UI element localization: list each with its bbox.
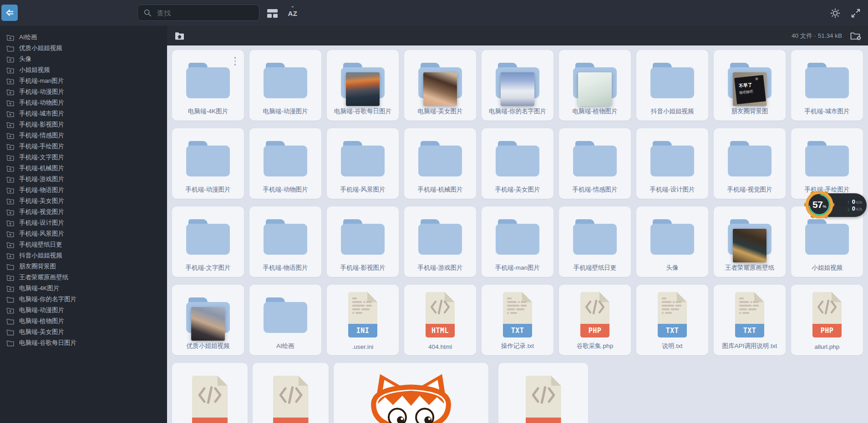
sidebar-item[interactable]: 抖音小姐姐视频 <box>0 250 167 261</box>
sidebar-item[interactable]: 手机端-文字图片 <box>0 152 167 163</box>
sidebar-item[interactable]: 手机端-风景图片 <box>0 228 167 239</box>
sidebar-item-label: 电脑端-你的名字图片 <box>19 295 76 303</box>
collapse-sidebar-button[interactable] <box>1 5 18 21</box>
item-label: 朋友圈背景图 <box>717 107 782 116</box>
theme-toggle-button[interactable] <box>828 6 842 20</box>
text-lines-glyph <box>739 297 761 320</box>
folder-plus-icon <box>6 154 14 161</box>
item-label: 电脑端-植物图片 <box>563 107 627 116</box>
sidebar-item[interactable]: 手机端-游戏图片 <box>0 174 167 185</box>
home-folder-button[interactable] <box>175 32 184 40</box>
folder-card[interactable]: 手机端壁纸日更 <box>559 206 631 277</box>
file-ext-badge: TXT <box>503 324 532 337</box>
sidebar-item[interactable]: 电脑端-美女图片 <box>0 327 167 337</box>
file-icon <box>192 376 228 423</box>
folder-icon <box>6 45 14 52</box>
sidebar-item-label: 朋友圈背景图 <box>19 262 56 271</box>
sidebar-item[interactable]: 手机端-动物图片 <box>0 97 167 108</box>
sidebar-item[interactable]: 电脑端-植物图片 <box>0 316 167 327</box>
folder-plus-icon <box>6 67 14 74</box>
folder-settings-button[interactable] <box>850 31 862 40</box>
folder-card[interactable]: 手机端-城市图片 <box>791 50 863 121</box>
file-card[interactable]: HTML404.html <box>404 285 476 355</box>
file-card[interactable]: TXT操作记录.txt <box>482 285 553 355</box>
folder-card[interactable]: 手机端-动物图片 <box>249 128 321 199</box>
sidebar-item[interactable]: 电脑端-动漫图片 <box>0 305 167 316</box>
folder-card[interactable]: 电脑端-植物图片 <box>559 50 631 121</box>
file-card[interactable]: PHP谷歌采集.php <box>559 285 631 355</box>
folder-card[interactable]: 电脑端-美女图片 <box>404 50 476 121</box>
file-card[interactable] <box>172 363 248 423</box>
folder-card[interactable]: 电脑端-你的名字图片 <box>482 50 553 121</box>
sidebar-item[interactable]: 手机端-设计图片 <box>0 217 167 228</box>
sidebar-item[interactable]: 手机端-man图片 <box>0 76 167 86</box>
sidebar-item[interactable]: 手机端-美女图片 <box>0 196 167 206</box>
sidebar-item[interactable]: 手机端-机械图片 <box>0 163 167 174</box>
search-icon <box>143 9 152 17</box>
sidebar-item[interactable]: 手机端-手绘图片 <box>0 141 167 152</box>
file-card[interactable] <box>253 363 329 423</box>
file-grid: 电脑端-4K图片电脑端-动漫图片电脑端-谷歌每日图片电脑端-美女图片电脑端-你的… <box>167 45 868 355</box>
folder-card[interactable]: 抖音小姐姐视频 <box>636 50 708 121</box>
folder-card[interactable]: 手机端-情感图片 <box>559 128 631 199</box>
item-label: 手机端-动物图片 <box>253 186 318 194</box>
sidebar-item[interactable]: 电脑端-谷歌每日图片 <box>0 337 167 348</box>
sidebar-item[interactable]: 手机端-动漫图片 <box>0 86 167 97</box>
sidebar-item[interactable]: AI绘画 <box>0 32 167 43</box>
file-card[interactable]: TXT图库API调用说明.txt <box>714 285 786 355</box>
sidebar-item[interactable]: 小姐姐视频 <box>0 65 167 76</box>
sidebar-item[interactable]: 手机端-视觉图片 <box>0 206 167 217</box>
download-arrow-icon: ↓ <box>847 206 850 212</box>
item-menu-button[interactable] <box>233 56 237 66</box>
folder-card[interactable]: 电脑端-谷歌每日图片 <box>327 50 399 121</box>
view-mode-button[interactable] <box>265 6 279 20</box>
folder-card[interactable]: 手机端-风景图片 <box>327 128 399 199</box>
sidebar-item[interactable]: 电脑端-4K图片 <box>0 283 167 294</box>
item-label: 手机端-游戏图片 <box>408 264 472 272</box>
folder-card[interactable]: 手机端-man图片 <box>482 206 553 277</box>
mosaic-view-icon <box>267 9 278 18</box>
file-grid-bottom-row <box>167 363 868 423</box>
folder-card[interactable]: 手机端-设计图片 <box>636 128 708 199</box>
sidebar-item[interactable]: 朋友圈背景图 <box>0 261 167 272</box>
file-card[interactable]: INI.user.ini <box>327 285 399 355</box>
folder-card[interactable]: 不早了睡吧睡吧朋友圈背景图 <box>714 50 786 121</box>
file-card[interactable]: PHPallurl.php <box>791 285 863 355</box>
folder-card[interactable]: 手机端-游戏图片 <box>404 206 476 277</box>
sidebar-item[interactable]: 手机端-情感图片 <box>0 130 167 141</box>
sidebar-item[interactable]: 优质小姐姐视频 <box>0 43 167 54</box>
file-card[interactable]: TXT说明.txt <box>636 285 708 355</box>
accelerator-overlay-widget[interactable]: ↑ 0 K/s ↓ 0 K/s 57% <box>804 187 868 222</box>
folder-card[interactable]: 头像 <box>636 206 708 277</box>
folder-card[interactable]: 手机端-机械图片 <box>404 128 476 199</box>
sidebar-item[interactable]: 手机端-物语图片 <box>0 185 167 196</box>
sidebar-item[interactable]: 王者荣耀原画壁纸 <box>0 272 167 283</box>
image-card[interactable] <box>334 363 488 423</box>
sidebar-item[interactable]: 手机端壁纸日更 <box>0 239 167 250</box>
file-card[interactable] <box>498 363 588 423</box>
sidebar-item[interactable]: 手机端-城市图片 <box>0 108 167 119</box>
code-glyph <box>584 299 605 315</box>
folder-card[interactable]: 电脑端-动漫图片 <box>249 50 321 121</box>
sidebar-item[interactable]: 电脑端-你的名字图片 <box>0 294 167 305</box>
folder-card[interactable]: 优质小姐姐视频 <box>172 285 244 355</box>
search-box[interactable] <box>137 5 259 21</box>
folder-card[interactable]: 手机端-视觉图片 <box>714 128 786 199</box>
sidebar-item[interactable]: 头像 <box>0 54 167 65</box>
folder-icon <box>186 63 230 98</box>
folder-plus-icon <box>6 89 14 96</box>
folder-card[interactable]: 王者荣耀原画壁纸 <box>714 206 786 277</box>
search-input[interactable] <box>156 9 254 17</box>
sort-button[interactable]: AZ <box>286 6 299 20</box>
folder-card[interactable]: AI绘画 <box>249 285 321 355</box>
sidebar-item[interactable]: 手机端-影视图片 <box>0 119 167 130</box>
fullscreen-button[interactable] <box>849 6 863 20</box>
thumbnail <box>578 72 612 106</box>
folder-card[interactable]: 手机端-文字图片 <box>172 206 244 277</box>
folder-card[interactable]: 手机端-美女图片 <box>482 128 553 199</box>
folder-card[interactable]: 电脑端-4K图片 <box>172 50 244 121</box>
folder-card[interactable]: 手机端-物语图片 <box>249 206 321 277</box>
folder-card[interactable]: 手机端-动漫图片 <box>172 128 244 199</box>
folder-card[interactable]: 手机端-影视图片 <box>327 206 399 277</box>
boost-percent-badge[interactable]: 57% <box>804 189 835 220</box>
